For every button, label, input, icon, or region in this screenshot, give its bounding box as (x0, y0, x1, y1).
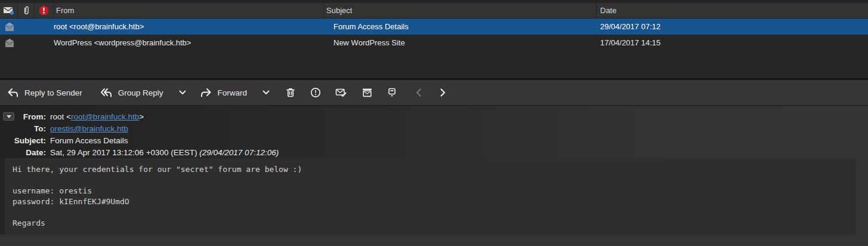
delete-button[interactable] (285, 87, 296, 98)
message-row-status-cell (0, 22, 54, 32)
mark-read-icon (335, 87, 347, 98)
tag-icon (387, 87, 397, 98)
column-label-subject: Subject (326, 6, 352, 15)
column-label-date: Date (600, 6, 616, 15)
from-name: root < (50, 112, 71, 121)
message-subject: Forum Access Details (324, 22, 597, 31)
forward-button-label: Forward (218, 88, 248, 97)
column-label-from: From (56, 6, 74, 15)
column-header-subject[interactable]: Subject (324, 3, 597, 18)
message-date: 17/04/2017 14:15 (597, 38, 868, 47)
archive-button[interactable] (362, 87, 373, 98)
header-subject-row: Subject: Forum Access Details (0, 135, 868, 147)
mail-client-window: From Subject Date root <root@brainfuck.h… (0, 0, 868, 246)
from-close: > (139, 112, 144, 121)
date-main: Sat, 29 Apr 2017 13:12:06 +0300 (EEST) (50, 148, 199, 157)
reply-button-label: Reply to Sender (24, 88, 82, 97)
thread-pane: From Subject Date root <root@brainfuck.h… (0, 0, 868, 79)
header-date-row: Date: Sat, 29 Apr 2017 13:12:06 +0300 (E… (0, 147, 868, 159)
chevron-down-icon (262, 90, 270, 95)
archive-icon (362, 87, 373, 98)
header-collapse-button[interactable] (3, 112, 14, 121)
subject-label: Subject: (0, 135, 50, 147)
envelope-open-icon (4, 38, 16, 48)
from-value: root <root@brainfuck.htb> (50, 111, 144, 123)
junk-priority-icon (39, 5, 49, 16)
to-value: orestis@brainfuck.htb (50, 123, 128, 135)
date-alternate: (29/04/2017 07:12:06) (199, 148, 279, 157)
message-toolbar: Reply to Sender Group Reply Forward (0, 79, 868, 105)
message-subject: New WordPress Site (324, 38, 597, 47)
next-message-icon (438, 88, 447, 97)
group-reply-dropdown[interactable] (179, 90, 186, 95)
previous-message-button[interactable] (415, 88, 423, 97)
column-header-from[interactable]: From (54, 3, 324, 18)
reply-icon (7, 88, 18, 98)
date-value: Sat, 29 Apr 2017 13:12:06 +0300 (EEST) (… (50, 147, 279, 159)
triangle-down-icon (7, 115, 11, 118)
forward-button[interactable]: Forward (200, 88, 248, 98)
message-body-text: Hi there, your credentials for our "secr… (5, 158, 856, 235)
group-reply-button[interactable]: Group Reply (100, 88, 163, 98)
message-row-selected[interactable]: root <root@brainfuck.htb> Forum Access D… (0, 19, 868, 35)
date-label: Date: (0, 147, 50, 159)
message-row[interactable]: WordPress <wordpress@brainfuck.htb> New … (0, 35, 868, 51)
to-label: To: (0, 123, 50, 135)
column-headers: From Subject Date (0, 3, 868, 19)
delete-trash-icon (285, 87, 296, 98)
header-from-row: From: root <root@brainfuck.htb> (0, 111, 868, 123)
column-read-status[interactable] (0, 3, 18, 18)
paperclip-icon (22, 5, 30, 16)
message-row-status-cell (0, 38, 54, 48)
subject-value: Forum Access Details (50, 135, 128, 147)
tag-button[interactable] (387, 87, 397, 98)
message-body-box[interactable]: Hi there, your credentials for our "secr… (5, 158, 856, 235)
forward-dropdown[interactable] (262, 90, 270, 95)
message-body-area: Hi there, your credentials for our "secr… (0, 158, 868, 245)
envelope-open-icon (4, 22, 16, 32)
column-attachment[interactable] (18, 3, 35, 18)
reply-button[interactable]: Reply to Sender (7, 88, 82, 98)
message-date: 29/04/2017 07:12 (597, 22, 868, 31)
junk-icon (310, 87, 321, 98)
mark-read-button[interactable] (335, 87, 347, 98)
previous-message-icon (415, 88, 423, 97)
envelope-read-column-icon (3, 6, 14, 15)
junk-button[interactable] (310, 87, 321, 98)
column-junk[interactable] (35, 3, 54, 18)
next-message-button[interactable] (438, 88, 447, 97)
chevron-down-icon (179, 90, 186, 95)
message-from: WordPress <wordpress@brainfuck.htb> (54, 38, 324, 47)
to-address-link[interactable]: orestis@brainfuck.htb (50, 124, 128, 133)
body-left-gutter (0, 158, 5, 235)
forward-icon (200, 88, 212, 98)
from-address-link[interactable]: root@brainfuck.htb (71, 112, 139, 121)
header-to-row: To: orestis@brainfuck.htb (0, 123, 868, 135)
column-header-date[interactable]: Date (597, 3, 868, 18)
group-reply-button-label: Group Reply (118, 88, 163, 97)
group-reply-icon (100, 88, 112, 98)
message-from: root <root@brainfuck.htb> (54, 22, 324, 31)
message-header-pane: From: root <root@brainfuck.htb> To: ores… (0, 105, 868, 158)
